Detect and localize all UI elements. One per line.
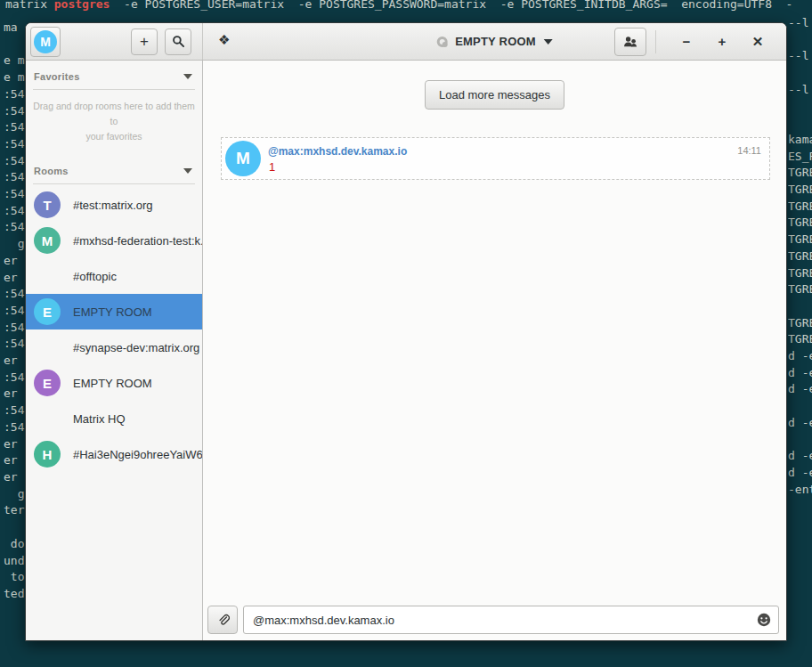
room-list-item[interactable]: EEMPTY ROOM bbox=[26, 365, 202, 401]
room-name: Matrix HQ bbox=[73, 412, 126, 426]
room-avatar-placeholder-icon bbox=[436, 37, 447, 47]
search-icon bbox=[172, 35, 185, 48]
user-account-button[interactable]: M bbox=[30, 27, 61, 57]
room-list-item[interactable]: #offtopic bbox=[26, 258, 202, 294]
room-name: #mxhsd-federation-test:k... bbox=[73, 234, 203, 248]
app-window: M + ❖ EMPTY ROOM − + ✕ bbox=[25, 22, 787, 641]
user-avatar: M bbox=[34, 30, 57, 53]
members-icon bbox=[623, 35, 638, 49]
room-list-item[interactable]: H#Hai3eNgei9ohreeYaiW6f... bbox=[26, 436, 202, 472]
room-name: EMPTY ROOM bbox=[73, 377, 152, 390]
composer-bar bbox=[203, 606, 786, 640]
header-window-controls: − + ✕ bbox=[614, 23, 786, 60]
terminal-output-right: --l --l --l kama ES_P TGRE TGRE TGRE TGR… bbox=[788, 15, 812, 498]
divider bbox=[33, 183, 195, 184]
room-avatar: H bbox=[34, 441, 61, 468]
header-separator bbox=[655, 30, 656, 53]
app-icon: ❖ bbox=[218, 33, 230, 46]
room-list-item[interactable]: T#test:matrix.org bbox=[26, 187, 202, 223]
room-avatar-empty bbox=[34, 405, 61, 432]
room-name: #synapse-dev:matrix.org bbox=[73, 341, 199, 354]
message-avatar: M bbox=[225, 141, 261, 176]
divider bbox=[33, 89, 195, 90]
rooms-collapse-icon bbox=[183, 168, 192, 178]
room-list-item[interactable]: EEMPTY ROOM bbox=[26, 294, 202, 329]
emoji-picker-icon[interactable] bbox=[757, 613, 771, 627]
maximize-button[interactable]: + bbox=[704, 23, 740, 61]
favorites-collapse-icon bbox=[183, 74, 192, 84]
room-members-button[interactable] bbox=[614, 28, 646, 56]
favorites-label: Favorites bbox=[34, 71, 183, 82]
room-avatar: E bbox=[34, 298, 61, 325]
message-pane: Load more messages M @max:mxhsd.dev.kama… bbox=[203, 61, 786, 640]
message-body: 1 bbox=[269, 160, 275, 174]
rooms-list: T#test:matrix.orgM#mxhsd-federation-test… bbox=[26, 187, 202, 472]
message-timestamp: 14:11 bbox=[737, 145, 761, 156]
message-sender: @max:mxhsd.dev.kamax.io bbox=[268, 145, 407, 158]
plus-icon: + bbox=[140, 33, 149, 51]
header-bar: M + ❖ EMPTY ROOM − + ✕ bbox=[26, 23, 786, 61]
close-button[interactable]: ✕ bbox=[740, 23, 775, 61]
minimize-button[interactable]: − bbox=[669, 23, 704, 61]
room-name: #Hai3eNgei9ohreeYaiW6f... bbox=[73, 448, 203, 461]
room-list-item[interactable]: #synapse-dev:matrix.org bbox=[26, 329, 202, 365]
terminal-command-highlight: postgres bbox=[54, 0, 110, 11]
favorites-hint: Drag and drop rooms here to add them to … bbox=[26, 93, 202, 151]
room-list-item[interactable]: Matrix HQ bbox=[26, 401, 202, 436]
new-room-button[interactable]: + bbox=[131, 28, 158, 55]
room-name: #test:matrix.org bbox=[73, 199, 153, 212]
room-avatar: T bbox=[34, 191, 61, 218]
room-name: EMPTY ROOM bbox=[73, 305, 152, 319]
header-room-section: ❖ EMPTY ROOM − + ✕ bbox=[203, 23, 786, 60]
message-input[interactable] bbox=[243, 606, 779, 634]
load-more-messages-button[interactable]: Load more messages bbox=[425, 80, 564, 110]
attach-file-button[interactable] bbox=[207, 606, 238, 634]
search-button[interactable] bbox=[165, 28, 191, 55]
paperclip-icon bbox=[216, 614, 230, 627]
room-name: #offtopic bbox=[73, 270, 117, 283]
room-avatar: E bbox=[34, 370, 61, 396]
chevron-down-icon bbox=[544, 39, 553, 49]
header-sidebar-section: M + bbox=[26, 23, 203, 60]
sidebar: Favorites Drag and drop rooms here to ad… bbox=[26, 61, 203, 640]
room-avatar: M bbox=[34, 227, 61, 254]
room-avatar-empty bbox=[34, 334, 61, 361]
rooms-section-header[interactable]: Rooms bbox=[26, 161, 202, 181]
room-title: EMPTY ROOM bbox=[455, 35, 536, 48]
rooms-label: Rooms bbox=[34, 166, 183, 176]
favorites-section-header[interactable]: Favorites bbox=[26, 67, 202, 86]
room-list-item[interactable]: M#mxhsd-federation-test:k... bbox=[26, 223, 202, 258]
room-title-dropdown[interactable]: EMPTY ROOM bbox=[436, 23, 553, 60]
terminal-command-line: matrix postgres -e POSTGRES_USER=matrix … bbox=[5, 0, 792, 13]
room-avatar-empty bbox=[34, 263, 61, 289]
message-row: M @max:mxhsd.dev.kamax.io 1 14:11 bbox=[221, 137, 770, 180]
